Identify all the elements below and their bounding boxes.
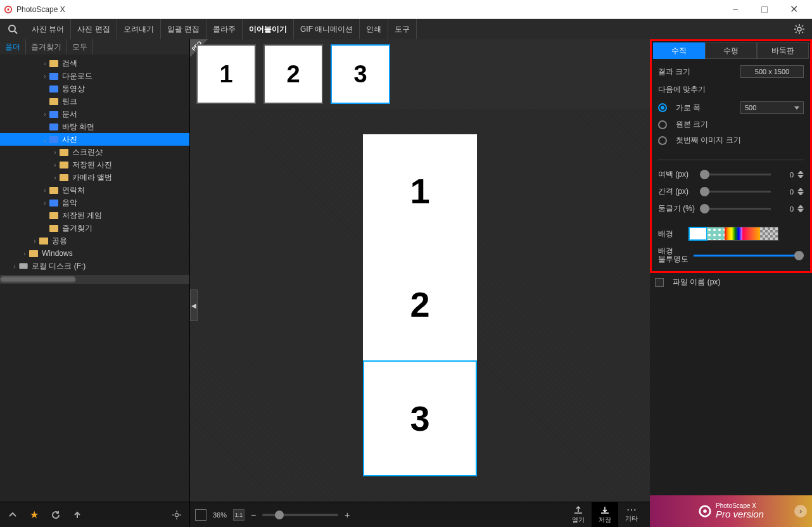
thumbnail-0[interactable]: 1 <box>196 44 256 104</box>
tree-item-6[interactable]: ⌄사진 <box>0 133 189 146</box>
tree-item-4[interactable]: ›문서 <box>0 108 189 120</box>
tree-item-16[interactable]: ›로컬 디스크 (F:) <box>0 260 189 272</box>
slider-label-1: 간격 (px) <box>658 186 696 197</box>
tree-item-12[interactable]: 저장된 게임 <box>0 209 189 222</box>
tree-chevron-icon[interactable]: › <box>51 174 60 181</box>
search-icon[interactable] <box>5 22 20 37</box>
left-tab-0[interactable]: 폴더 <box>0 39 26 54</box>
refresh-icon[interactable] <box>47 506 65 524</box>
tree-chevron-icon[interactable]: › <box>41 200 49 206</box>
compare-box-icon[interactable] <box>195 509 206 521</box>
tree-item-14[interactable]: ›공용 <box>0 234 189 247</box>
bg-opacity-slider[interactable] <box>694 255 804 257</box>
favorite-star-icon[interactable]: ★ <box>25 506 43 524</box>
tree-chevron-icon[interactable]: › <box>41 187 49 194</box>
left-tab-2[interactable]: 모두 <box>67 39 93 54</box>
toolbar-tab-3[interactable]: 일괄 편집 <box>161 19 206 39</box>
tree-item-15[interactable]: ›Windows <box>0 247 189 260</box>
sidebar-gear-icon[interactable] <box>168 506 186 524</box>
combined-image: 123 <box>363 134 477 476</box>
filename-checkbox[interactable] <box>655 278 664 287</box>
width-select[interactable]: 500 <box>740 101 804 114</box>
zoom-out-button[interactable]: − <box>251 510 256 520</box>
fit-radio-1[interactable] <box>658 120 667 129</box>
swatch-white[interactable] <box>689 227 707 240</box>
slider-stepper-2[interactable] <box>797 204 804 213</box>
toolbar-tab-1[interactable]: 사진 편집 <box>71 19 117 39</box>
toolbar-tab-5[interactable]: 이어붙이기 <box>243 19 294 39</box>
fit-radio-2[interactable] <box>658 136 667 145</box>
bg-opacity-label-2: 불투명도 <box>658 255 690 264</box>
slider-2[interactable] <box>700 208 771 210</box>
toolbar-tab-4[interactable]: 콜라주 <box>206 19 243 39</box>
orient-tab-1[interactable]: 수평 <box>705 42 757 59</box>
tree-item-13[interactable]: 즐겨찾기 <box>0 222 189 234</box>
app-title: PhotoScape X <box>16 5 721 14</box>
open-button[interactable]: 열기 <box>565 502 592 528</box>
swatch-checker[interactable] <box>760 227 778 240</box>
tree-chevron-icon[interactable]: › <box>51 162 60 168</box>
fit-radio-0[interactable] <box>658 103 667 112</box>
orient-tab-0[interactable]: 수직 <box>653 42 705 59</box>
toolbar-tab-6[interactable]: GIF 애니메이션 <box>294 19 360 39</box>
highlighted-settings-panel: 수직수평바둑판 결과 크기 500 x 1500 다음에 맞추기 가로 폭500… <box>650 39 812 273</box>
tree-item-3[interactable]: 링크 <box>0 95 189 108</box>
tree-chevron-icon[interactable]: › <box>20 250 29 257</box>
tree-item-0[interactable]: ›검색 <box>0 57 189 70</box>
file-tree-hscrollbar[interactable] <box>0 275 189 284</box>
swatch-rainbow[interactable] <box>725 227 742 240</box>
other-button[interactable]: ⋯ 기타 <box>618 502 645 528</box>
tree-chevron-icon[interactable]: › <box>41 111 49 118</box>
tree-item-7[interactable]: ›스크린샷 <box>0 146 189 158</box>
fit-radio-label-0: 가로 폭 <box>676 103 735 113</box>
zoom-fit-button[interactable]: 1:1 <box>233 509 244 521</box>
swatch-pattern[interactable] <box>707 227 725 240</box>
swatch-gradient[interactable] <box>742 227 760 240</box>
toolbar-tab-2[interactable]: 오려내기 <box>117 19 161 39</box>
collapse-left-handle[interactable]: ◀ <box>190 289 198 321</box>
slider-0[interactable] <box>700 174 771 175</box>
result-size-value[interactable]: 500 x 1500 <box>740 65 804 78</box>
settings-gear-icon[interactable] <box>792 22 807 37</box>
tree-item-5[interactable]: 바탕 화면 <box>0 120 189 133</box>
toolbar-tab-7[interactable]: 인쇄 <box>360 19 388 39</box>
canvas-cell-0[interactable]: 1 <box>363 134 477 248</box>
canvas-cell-1[interactable]: 2 <box>363 248 477 361</box>
tree-chevron-icon[interactable]: ⌄ <box>41 136 49 143</box>
canvas-cell-2[interactable]: 3 <box>363 360 477 476</box>
save-button[interactable]: 저장 <box>592 502 618 528</box>
thumbnail-1[interactable]: 2 <box>263 44 323 104</box>
window-minimize-button[interactable]: − <box>721 0 750 19</box>
folder-icon <box>39 238 48 244</box>
tree-item-10[interactable]: ›연락처 <box>0 184 189 196</box>
left-tab-1[interactable]: 즐겨찾기 <box>26 39 67 54</box>
tree-chevron-icon[interactable]: › <box>30 238 39 244</box>
tree-chevron-icon[interactable]: › <box>41 60 49 67</box>
tree-item-1[interactable]: ›다운로드 <box>0 70 189 82</box>
canvas-area[interactable]: ◀ 123 <box>190 109 650 502</box>
toolbar-tab-8[interactable]: 도구 <box>388 19 417 39</box>
tree-item-2[interactable]: 동영상 <box>0 82 189 95</box>
zoom-slider[interactable] <box>262 514 338 516</box>
slider-1[interactable] <box>700 191 771 193</box>
thumbnail-2[interactable]: 3 <box>331 44 390 104</box>
window-close-button[interactable]: ✕ <box>779 0 808 19</box>
window-maximize-button[interactable]: □ <box>750 0 779 19</box>
toolbar-tab-0[interactable]: 사진 뷰어 <box>25 19 71 39</box>
tree-chevron-icon[interactable]: › <box>41 73 49 80</box>
tree-item-8[interactable]: ›저장된 사진 <box>0 158 189 171</box>
slider-stepper-0[interactable] <box>797 170 804 179</box>
tree-item-9[interactable]: ›카메라 앨범 <box>0 171 189 184</box>
zoom-in-button[interactable]: + <box>345 510 350 520</box>
pro-version-banner[interactable]: PhotoScape X Pro version › <box>650 495 812 527</box>
chevron-up-icon[interactable] <box>4 506 22 524</box>
up-arrow-icon[interactable] <box>68 506 86 524</box>
tree-item-11[interactable]: ›음악 <box>0 196 189 209</box>
svg-line-9 <box>796 25 797 27</box>
tree-chevron-icon[interactable]: › <box>10 263 19 270</box>
orient-tab-2[interactable]: 바둑판 <box>757 42 809 59</box>
slider-stepper-1[interactable] <box>797 187 804 196</box>
tree-chevron-icon[interactable]: › <box>51 149 60 156</box>
tree-item-label: 로컬 디스크 (F:) <box>32 261 86 272</box>
tree-item-label: 음악 <box>62 198 77 208</box>
